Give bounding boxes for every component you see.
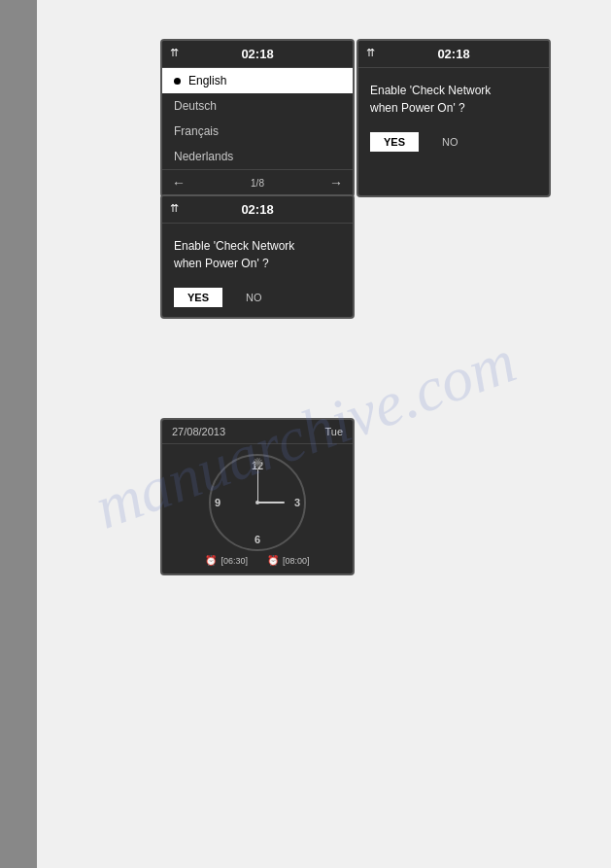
clock-day: Tue bbox=[324, 426, 343, 437]
lang-item-nederlands[interactable]: Nederlands bbox=[162, 144, 353, 169]
clock-header: 27/08/2013 Tue bbox=[162, 420, 353, 444]
clock-face-container: 12 3 6 9 bbox=[162, 444, 353, 555]
alarm-time-1: [06:30] bbox=[221, 556, 248, 566]
screen-header-mid: ⇈ 02:18 bbox=[162, 196, 353, 224]
screen-header-left: ⇈ 02:18 bbox=[162, 41, 353, 68]
screen-header-right: ⇈ 02:18 bbox=[358, 41, 549, 68]
clock-center-dot bbox=[255, 501, 259, 504]
alarm-item-2: ⏰ [08:00] bbox=[267, 555, 310, 566]
alarm-icon-1: ⏰ bbox=[205, 555, 217, 566]
prompt-line2-mid: when Power On' ? bbox=[174, 257, 269, 270]
selected-dot bbox=[174, 78, 181, 85]
screen-time-right: 02:18 bbox=[437, 47, 469, 61]
network-prompt-mid: Enable 'Check Network when Power On' ? bbox=[162, 224, 353, 282]
language-list: English Deutsch Français Nederlands bbox=[162, 68, 353, 169]
alarm-time-2: [08:00] bbox=[283, 556, 310, 566]
minute-hand bbox=[257, 469, 258, 503]
alarm-item-1: ⏰ [06:30] bbox=[205, 555, 248, 566]
lang-item-deutsch[interactable]: Deutsch bbox=[162, 93, 353, 119]
nav-page-indicator: 1/8 bbox=[251, 178, 264, 189]
wifi-icon-mid: ⇈ bbox=[170, 202, 179, 215]
hour-hand bbox=[257, 502, 285, 503]
network-screen-mid: ⇈ 02:18 Enable 'Check Network when Power… bbox=[160, 194, 355, 319]
prompt-line2-top: when Power On' ? bbox=[370, 101, 465, 115]
no-button-mid[interactable]: NO bbox=[238, 288, 270, 307]
language-screen: ⇈ 02:18 English Deutsch Français Nederla… bbox=[160, 39, 355, 197]
bottom-section: 27/08/2013 Tue 12 3 6 9 bbox=[160, 418, 355, 575]
clock-num-9: 9 bbox=[215, 497, 221, 508]
screen-nav: ← 1/8 → bbox=[162, 169, 353, 195]
btn-row-mid: YES NO bbox=[162, 282, 353, 317]
nav-prev-arrow[interactable]: ← bbox=[172, 175, 186, 191]
yes-button-mid[interactable]: YES bbox=[174, 288, 222, 307]
nav-next-arrow[interactable]: → bbox=[329, 175, 343, 191]
alarm-icon-2: ⏰ bbox=[267, 555, 279, 566]
clock-widget: 27/08/2013 Tue 12 3 6 9 bbox=[160, 418, 355, 575]
clock-num-3: 3 bbox=[294, 497, 300, 508]
screen-time-mid: 02:18 bbox=[241, 202, 273, 217]
lang-nederlands-label: Nederlands bbox=[174, 150, 233, 163]
lang-item-english[interactable]: English bbox=[162, 68, 353, 93]
clock-date: 27/08/2013 bbox=[172, 426, 225, 437]
no-button-top[interactable]: NO bbox=[434, 132, 466, 152]
lang-english-label: English bbox=[188, 74, 226, 87]
btn-row-top: YES NO bbox=[358, 126, 549, 161]
alarm-row: ⏰ [06:30] ⏰ [08:00] bbox=[162, 555, 353, 566]
wifi-icon-right: ⇈ bbox=[366, 47, 375, 59]
network-screen-top: ⇈ 02:18 Enable 'Check Network when Power… bbox=[356, 39, 551, 197]
prompt-line1-mid: Enable 'Check Network bbox=[174, 239, 294, 253]
clock-face: 12 3 6 9 bbox=[209, 454, 306, 551]
screen-time-left: 02:18 bbox=[241, 47, 273, 61]
yes-button-top[interactable]: YES bbox=[370, 132, 419, 152]
clock-num-6: 6 bbox=[255, 534, 260, 545]
network-prompt-top: Enable 'Check Network when Power On' ? bbox=[358, 68, 549, 126]
top-section: ⇈ 02:18 English Deutsch Français Nederla… bbox=[160, 39, 551, 197]
middle-section: ⇈ 02:18 Enable 'Check Network when Power… bbox=[160, 194, 355, 319]
lang-item-francais[interactable]: Français bbox=[162, 119, 353, 144]
lang-francais-label: Français bbox=[174, 124, 219, 138]
wifi-icon-left: ⇈ bbox=[170, 47, 179, 59]
left-strip bbox=[0, 0, 37, 868]
lang-deutsch-label: Deutsch bbox=[174, 99, 217, 113]
prompt-line1-top: Enable 'Check Network bbox=[370, 84, 491, 97]
